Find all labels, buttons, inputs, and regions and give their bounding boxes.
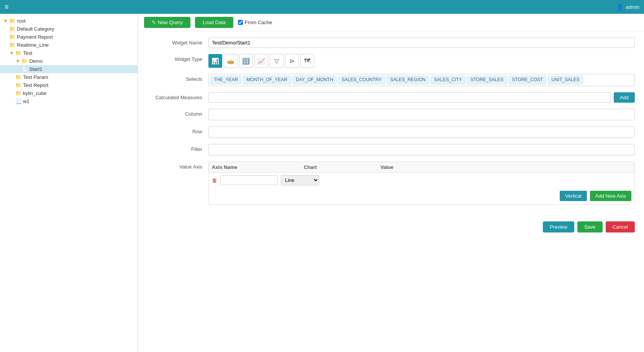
widget-name-input[interactable] bbox=[208, 38, 635, 48]
vertical-button[interactable]: Vertical bbox=[560, 191, 587, 201]
widget-type-control-button[interactable]: ⊳ bbox=[285, 54, 299, 68]
sidebar-item-kylin-cube[interactable]: 📁 kylin_cube bbox=[0, 89, 138, 97]
value-axis-label: Value Axis bbox=[147, 162, 208, 170]
folder-icon: 📁 bbox=[9, 42, 15, 48]
folder-icon: 📁 bbox=[15, 82, 21, 88]
form-area: Widget Name Widget Type 📊🥧🔢📈▽⊳🗺 Selects bbox=[138, 31, 644, 217]
from-cache-area: From Cache bbox=[238, 20, 272, 25]
widget-type-buttons: 📊🥧🔢📈▽⊳🗺 bbox=[208, 54, 635, 68]
folder-icon: ▼ 📁 bbox=[15, 58, 28, 64]
folder-icon: ▼ 📁 bbox=[9, 50, 21, 56]
axis-row: 🗑LineBarArea bbox=[209, 173, 634, 188]
filter-label: Filter bbox=[147, 144, 208, 152]
widget-name-row: Widget Name bbox=[147, 38, 635, 48]
cancel-button[interactable]: Cancel bbox=[606, 221, 635, 232]
axis-value-header: Value bbox=[380, 164, 631, 170]
sidebar-item-label: Test Param bbox=[23, 74, 48, 80]
sidebar-item-realtime-line[interactable]: 📁 Realtime_Line bbox=[0, 41, 138, 49]
page-icon: 📄 bbox=[21, 66, 28, 72]
from-cache-checkbox[interactable] bbox=[238, 20, 243, 25]
add-button[interactable]: Add bbox=[614, 92, 635, 103]
widget-type-pie-button[interactable]: 🥧 bbox=[224, 54, 238, 68]
value-axis-row: Value Axis Axis Name Chart Value 🗑LineBa… bbox=[147, 162, 635, 205]
select-tag: SALES_REGION bbox=[387, 76, 429, 84]
axis-name-input[interactable] bbox=[220, 175, 278, 185]
axis-header: Axis Name Chart Value bbox=[209, 162, 634, 173]
widget-type-table-button[interactable]: 🔢 bbox=[239, 54, 253, 68]
column-label: Column bbox=[147, 109, 208, 117]
widget-type-map-button[interactable]: 🗺 bbox=[300, 54, 314, 68]
row-label: Row bbox=[147, 126, 208, 134]
delete-axis-button[interactable]: 🗑 bbox=[212, 177, 217, 183]
sidebar-item-test[interactable]: ▼ 📁 Test bbox=[0, 49, 138, 57]
select-tag: STORE_COST bbox=[508, 76, 546, 84]
preview-button[interactable]: Preview bbox=[543, 221, 574, 232]
widget-type-label: Widget Type bbox=[147, 54, 208, 62]
folder-icon: ▼ 📁 bbox=[3, 18, 15, 24]
folder-icon: 📁 bbox=[15, 90, 21, 96]
column-row: Column bbox=[147, 109, 635, 120]
row-input[interactable] bbox=[208, 126, 635, 138]
select-tag: UNIT_SALES bbox=[548, 76, 583, 84]
filter-row: Filter bbox=[147, 144, 635, 156]
row-row: Row bbox=[147, 126, 635, 138]
select-tag: MONTH_OF_YEAR bbox=[243, 76, 291, 84]
sidebar: ▼ 📁 root📁 Default Category📁 Payment Repo… bbox=[0, 14, 138, 352]
content-area: ✎ New Query Load Data From Cache Widget … bbox=[138, 14, 644, 352]
folder-icon: 📁 bbox=[9, 26, 15, 32]
user-icon: 👤 bbox=[616, 3, 624, 11]
sidebar-item-demo[interactable]: ▼ 📁 Demo bbox=[0, 57, 138, 65]
sidebar-item-test-param[interactable]: 📁 Test Param bbox=[0, 73, 138, 81]
widget-type-bar-button[interactable]: 📊 bbox=[208, 54, 222, 68]
column-input[interactable] bbox=[208, 109, 635, 120]
filter-control bbox=[208, 144, 635, 156]
calculated-measures-input[interactable] bbox=[208, 92, 611, 103]
select-tag: DAY_OF_MONTH bbox=[292, 76, 337, 84]
selects-label: Selects bbox=[147, 74, 208, 82]
bottom-actions: Preview Save Cancel bbox=[138, 217, 644, 237]
axis-chart-header: Chart bbox=[304, 164, 380, 170]
filter-input[interactable] bbox=[208, 144, 635, 156]
sidebar-item-label: Default Category bbox=[17, 26, 54, 32]
sidebar-item-start1[interactable]: 📄 Start1 bbox=[0, 65, 138, 73]
sidebar-item-label: Demo bbox=[29, 58, 43, 64]
value-axis-table: Axis Name Chart Value 🗑LineBarArea Verti… bbox=[208, 162, 635, 205]
select-tag: STORE_SALES bbox=[467, 76, 507, 84]
sidebar-item-payment-report[interactable]: 📁 Payment Report bbox=[0, 33, 138, 41]
save-button[interactable]: Save bbox=[577, 221, 603, 232]
sidebar-item-test-report[interactable]: 📁 Test Report bbox=[0, 81, 138, 89]
file-icon: 📃 bbox=[15, 98, 21, 104]
widget-type-row: Widget Type 📊🥧🔢📈▽⊳🗺 bbox=[147, 54, 635, 68]
widget-type-line2-button[interactable]: 📈 bbox=[254, 54, 268, 68]
row-control bbox=[208, 126, 635, 138]
folder-icon: 📁 bbox=[9, 34, 15, 40]
sidebar-item-root[interactable]: ▼ 📁 root bbox=[0, 17, 138, 25]
widget-type-control: 📊🥧🔢📈▽⊳🗺 bbox=[208, 54, 635, 68]
toolbar: ✎ New Query Load Data From Cache bbox=[138, 14, 644, 31]
new-query-button[interactable]: ✎ New Query bbox=[144, 17, 190, 28]
folder-icon: 📁 bbox=[15, 74, 21, 80]
column-control bbox=[208, 109, 635, 120]
sidebar-item-label: root bbox=[17, 18, 25, 24]
from-cache-label[interactable]: From Cache bbox=[245, 20, 272, 25]
sidebar-item-w1[interactable]: 📃 w1 bbox=[0, 97, 138, 105]
axis-chart-select[interactable]: LineBarArea bbox=[281, 175, 319, 185]
username-label: admin bbox=[626, 4, 639, 10]
axis-actions: Vertical Add New Axis bbox=[209, 188, 634, 204]
sidebar-item-label: Start1 bbox=[29, 66, 43, 72]
sidebar-item-label: Realtime_Line bbox=[17, 42, 49, 48]
user-area: 👤 admin bbox=[616, 3, 639, 11]
hamburger-icon[interactable]: ≡ bbox=[5, 3, 9, 11]
load-data-button[interactable]: Load Data bbox=[195, 17, 233, 28]
calculated-measures-label: Calculated Measures bbox=[147, 92, 208, 100]
calculated-measures-control: Add bbox=[208, 92, 635, 103]
widget-name-label: Widget Name bbox=[147, 38, 208, 46]
sidebar-item-default-category[interactable]: 📁 Default Category bbox=[0, 25, 138, 33]
selects-tags-area: THE_YEARMONTH_OF_YEARDAY_OF_MONTHSALES_C… bbox=[208, 74, 635, 86]
sidebar-item-label: kylin_cube bbox=[23, 90, 46, 96]
sidebar-item-label: Payment Report bbox=[17, 34, 53, 40]
add-new-axis-button[interactable]: Add New Axis bbox=[590, 191, 631, 201]
main-layout: ▼ 📁 root📁 Default Category📁 Payment Repo… bbox=[0, 14, 644, 352]
edit-icon: ✎ bbox=[152, 20, 156, 25]
widget-type-funnel-button[interactable]: ▽ bbox=[270, 54, 283, 68]
